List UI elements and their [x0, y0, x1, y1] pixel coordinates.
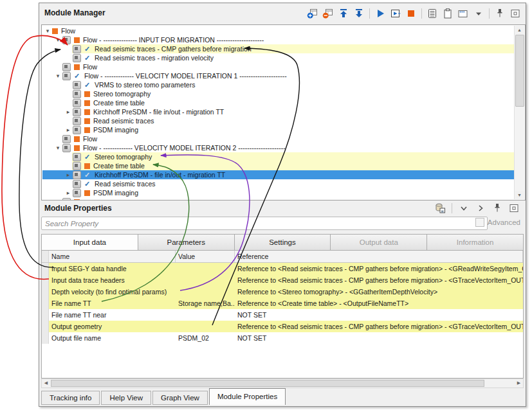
tree-item-flow-velocity-model-iteration-2[interactable]: ▾Flow - ------------- VELOCITY MODEL ITE…: [42, 143, 514, 152]
tree-item[interactable]: [42, 197, 514, 200]
module-checkbox[interactable]: [73, 108, 81, 116]
tree-item-kirchhoff-presdm-file-in-out-migration-t[interactable]: ▸Kirchhoff PreSDM - file in/out - migrat…: [42, 107, 514, 116]
view-tab-help-view[interactable]: Help View: [101, 391, 151, 405]
report-icon[interactable]: [426, 7, 439, 20]
module-checkbox[interactable]: [73, 126, 81, 134]
tree-item-read-seismic-traces[interactable]: Read seismic traces: [42, 116, 514, 125]
column-header-name[interactable]: Name: [49, 251, 176, 262]
tab-settings[interactable]: Settings: [235, 234, 331, 251]
tree-item-flow[interactable]: Flow: [42, 134, 514, 143]
scroll-up-icon[interactable]: ▲: [515, 26, 524, 34]
module-checkbox[interactable]: [73, 162, 81, 170]
view-tab-module-properties[interactable]: Module Properties: [209, 388, 286, 405]
run-icon[interactable]: [374, 7, 387, 20]
remove-module-icon[interactable]: [322, 7, 335, 20]
module-checkbox[interactable]: [73, 81, 81, 89]
scroll-left-icon[interactable]: ◀: [42, 379, 50, 386]
tree-item-read-seismic-traces[interactable]: ✓Read seismic traces: [42, 179, 514, 188]
tree-item-vrms-to-stereo-tomo-parameters[interactable]: ✓VRMS to stereo tomo parameters: [42, 80, 514, 89]
property-row-input-seg-y-data-handle[interactable]: Input SEG-Y data handleReference to <Rea…: [42, 263, 523, 274]
grid-scrollbar-thumb[interactable]: [51, 380, 484, 387]
collapse-icon[interactable]: ▾: [54, 35, 62, 44]
tree-item-kirchhoff-presdm-file-in-out-migration-t[interactable]: ▸✓Kirchhoff PreSDM - file in/out - migra…: [42, 170, 514, 179]
grid-horizontal-scrollbar[interactable]: ◀ ▶: [41, 379, 524, 388]
module-checkbox[interactable]: [62, 36, 71, 44]
collapse-icon[interactable]: ▾: [54, 143, 62, 152]
tree-item-create-time-table[interactable]: Create time table: [42, 161, 514, 170]
add-module-icon[interactable]: [306, 7, 319, 20]
expand-icon[interactable]: ▸: [64, 188, 72, 197]
column-header-reference[interactable]: Reference: [235, 251, 523, 262]
status-square-icon: [74, 145, 80, 151]
property-row-output-file-name[interactable]: Output file namePSDM_02NOT SET: [42, 332, 523, 344]
tab-information: Information: [427, 234, 524, 251]
view-tab-tracking-info[interactable]: Tracking info: [41, 391, 100, 405]
module-checkbox[interactable]: [73, 99, 81, 107]
module-checkbox[interactable]: [73, 189, 81, 197]
property-tabs: Input dataParametersSettingsOutput dataI…: [41, 234, 524, 251]
tree-scrollbar-thumb[interactable]: [515, 35, 524, 107]
module-checkbox[interactable]: [73, 45, 81, 53]
run-selected-icon[interactable]: [389, 7, 402, 20]
tree-item-stereo-tomography[interactable]: Stereo tomography: [42, 89, 514, 98]
scroll-down-icon[interactable]: ▼: [515, 191, 524, 199]
import-module-icon[interactable]: [337, 7, 350, 20]
pin-icon[interactable]: [493, 7, 506, 20]
tree-item-flow[interactable]: Flow: [42, 62, 514, 71]
status-check-icon: ✓: [84, 154, 91, 161]
expand-icon[interactable]: ▸: [64, 170, 72, 179]
tab-input-data[interactable]: Input data: [41, 234, 138, 251]
module-checkbox[interactable]: [73, 153, 81, 161]
tab-output-data: Output data: [331, 234, 427, 251]
property-row-output-geometry[interactable]: Output geometryReference to <Read seismi…: [42, 321, 523, 332]
float-icon[interactable]: [508, 202, 520, 215]
module-checkbox[interactable]: [62, 144, 71, 152]
status-square-icon: [84, 91, 90, 97]
module-checkbox[interactable]: [62, 72, 71, 80]
tree-item-psdm-imaging[interactable]: ▸PSDM imaging: [42, 188, 514, 197]
collapse-icon[interactable]: ▾: [44, 26, 51, 35]
property-row-file-name-tt-near[interactable]: File name TT nearNOT SET: [42, 309, 523, 321]
module-checkbox[interactable]: [73, 117, 81, 125]
property-row-file-name-tt[interactable]: File name TTStorage name;Ba...Reference …: [42, 298, 523, 309]
tree-item-body: ✓Read seismic traces: [72, 179, 514, 188]
datastore-icon[interactable]: [434, 202, 446, 215]
module-checkbox[interactable]: [73, 171, 81, 179]
module-checkbox[interactable]: [73, 180, 81, 188]
property-row-input-data-trace-headers[interactable]: Input data trace headersReference to <Re…: [42, 274, 523, 286]
tree-item-flow-velocity-model-iteration-1[interactable]: ▾✓Flow - ------------- VELOCITY MODEL IT…: [42, 71, 514, 80]
tree-scrollbar[interactable]: ▲ ▼: [514, 26, 524, 199]
chevron-down-icon[interactable]: [457, 202, 470, 215]
property-row-depth-velocity-to-find-optimal-params[interactable]: Depth velocity (to find optimal params)R…: [42, 286, 523, 298]
tab-parameters[interactable]: Parameters: [138, 234, 235, 251]
scroll-right-icon[interactable]: ▶: [515, 379, 523, 386]
tree-item-read-seismic-traces-cmp-gathers-before-m[interactable]: ✓Read seismic traces - CMP gathers befor…: [42, 44, 514, 53]
row-gutter: [42, 251, 49, 262]
search-input[interactable]: [41, 217, 488, 230]
module-checkbox[interactable]: [62, 63, 71, 71]
tree-item-flow-input-for-migration[interactable]: ▾Flow - --------------- INPUT FOR MIGRAT…: [42, 35, 514, 44]
collapse-icon[interactable]: ▾: [54, 71, 62, 80]
expand-icon[interactable]: ▸: [64, 125, 72, 134]
tree-item-stereo-tomography[interactable]: ✓Stereo tomography: [42, 152, 514, 161]
chevron-right-icon[interactable]: [474, 202, 487, 215]
tree-item-read-seismic-traces-migration-velocity[interactable]: ✓Read seismic traces - migration velocit…: [42, 53, 514, 62]
clipboard-icon[interactable]: [441, 7, 454, 20]
module-checkbox[interactable]: [73, 90, 81, 98]
new-window-icon[interactable]: [457, 7, 470, 20]
float-icon[interactable]: [509, 7, 522, 20]
tree-item-flow[interactable]: ▾Flow: [42, 26, 514, 35]
view-tab-graph-view[interactable]: Graph View: [152, 391, 208, 405]
advanced-checkbox[interactable]: [475, 218, 484, 227]
dropdown-caret-icon[interactable]: [472, 7, 485, 20]
export-module-icon[interactable]: [353, 7, 365, 20]
stop-icon[interactable]: [405, 7, 417, 20]
tree-item-psdm-imaging[interactable]: ▸PSDM imaging: [42, 125, 514, 134]
column-header-value[interactable]: Value: [176, 251, 235, 262]
expand-icon[interactable]: ▸: [64, 107, 72, 116]
module-checkbox[interactable]: [73, 54, 81, 62]
module-checkbox[interactable]: [62, 135, 71, 143]
tree-item-create-time-table[interactable]: Create time table: [42, 98, 514, 107]
pin-icon[interactable]: [491, 202, 504, 215]
module-checkbox[interactable]: [62, 198, 71, 201]
